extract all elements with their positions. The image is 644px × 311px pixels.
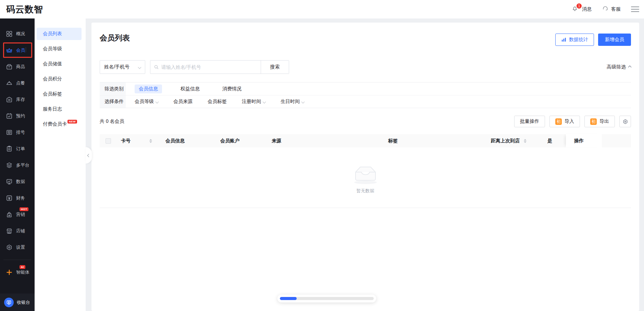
- search-input[interactable]: [161, 64, 257, 70]
- main-area: 会员列表 数据统计 新增会员 姓名/手机号: [86, 18, 644, 311]
- loading-bar-fill: [280, 297, 297, 300]
- collapse-chevron-icon: [87, 154, 90, 157]
- submenu-item-member-level[interactable]: 会员等级: [37, 43, 82, 55]
- sort-icon[interactable]: [149, 139, 152, 143]
- ai-badge: AI: [20, 265, 25, 269]
- grid-icon: [6, 30, 13, 37]
- calendar-check-icon: [6, 113, 13, 119]
- yuan-square-icon: [6, 195, 13, 202]
- bar-chart-icon: [561, 37, 567, 42]
- sidebar-item-orders[interactable]: 订单: [0, 141, 35, 157]
- sidebar-item-overview[interactable]: 概况: [0, 26, 35, 42]
- gear-icon: [622, 119, 628, 125]
- bulk-actions-button[interactable]: 批量操作: [514, 116, 545, 127]
- cloche-icon: [6, 80, 13, 87]
- sidebar-item-dining[interactable]: 点餐: [0, 75, 35, 91]
- submenu-item-member-points[interactable]: 会员积分: [37, 73, 82, 85]
- box-icon: [6, 63, 13, 70]
- add-member-button[interactable]: 新增会员: [598, 34, 631, 46]
- gear-icon: [6, 244, 13, 251]
- empty-text: 暂无数据: [357, 188, 374, 194]
- marketing-bag-icon: [6, 211, 13, 218]
- app-logo: 码云数智: [6, 3, 43, 15]
- clipboard-icon: [6, 145, 13, 152]
- condition-birthday-time[interactable]: 生日时间: [281, 99, 304, 105]
- storage-icon: [6, 96, 13, 103]
- ticket-machine-icon: [6, 129, 13, 136]
- filter-tab-rights-info[interactable]: 权益信息: [176, 85, 204, 93]
- column-member-account: 会员账户: [220, 138, 239, 144]
- sidebar-item-data[interactable]: 数据: [0, 173, 35, 190]
- filter-condition-label: 选择条件: [100, 95, 126, 108]
- messages-button[interactable]: 1 消息: [571, 5, 592, 13]
- table-empty-state: 暂无数据: [100, 147, 631, 208]
- sidebar-item-members[interactable]: 会员: [0, 42, 35, 59]
- topbar-actions: 1 消息 客服: [571, 5, 639, 13]
- sidebar-item-inventory[interactable]: 库存: [0, 91, 35, 108]
- filter-tab-member-info[interactable]: 会员信息: [135, 85, 162, 93]
- loading-track: [280, 297, 374, 300]
- guide-badge-icon: 初: [555, 118, 562, 125]
- sidebar-item-finance[interactable]: 财务: [0, 190, 35, 206]
- condition-member-level[interactable]: 会员等级: [135, 99, 158, 105]
- text-cursor: [26, 47, 26, 52]
- sidebar-item-queue[interactable]: 排号: [0, 124, 35, 141]
- export-button[interactable]: 初 导出: [584, 116, 615, 127]
- chevron-down-icon: [156, 100, 159, 103]
- top-bar: 码云数智 1 消息 客服: [0, 0, 644, 18]
- table-header: 卡号 会员信息 会员账户 来源 标签 距离上次到店 是 操作: [100, 134, 631, 147]
- condition-member-tag[interactable]: 会员标签: [208, 99, 227, 105]
- chevron-down-icon: [138, 65, 141, 69]
- sort-icon[interactable]: [524, 139, 527, 143]
- sidebar-item-goods[interactable]: 商品: [0, 59, 35, 75]
- primary-sidebar: 概况 会员 商品 点餐 库存: [0, 18, 35, 311]
- column-source: 来源: [272, 138, 281, 144]
- sidebar-item-multiplatform[interactable]: 多平台: [0, 157, 35, 173]
- clover-icon: [6, 269, 13, 276]
- submenu-item-member-list[interactable]: 会员列表: [37, 28, 82, 40]
- condition-register-time[interactable]: 注册时间: [242, 99, 265, 105]
- crown-icon: [6, 47, 13, 54]
- hot-badge: HOT: [20, 207, 28, 211]
- member-list-card: 会员列表 数据统计 新增会员 姓名/手机号: [91, 23, 639, 311]
- sidebar-item-store[interactable]: 店铺: [0, 223, 35, 239]
- member-count-text: 共 0 名会员: [100, 118, 124, 125]
- message-count-badge: 1: [577, 3, 582, 9]
- column-tags: 标签: [388, 138, 398, 144]
- column-member-info: 会员信息: [165, 138, 185, 144]
- headset-icon: [602, 5, 609, 13]
- guide-badge-icon: 初: [590, 118, 597, 125]
- empty-inbox-icon: [352, 165, 379, 184]
- storefront-icon: [6, 228, 13, 234]
- sidebar-item-settings[interactable]: 设置: [0, 239, 35, 256]
- cashier-icon: [4, 298, 14, 307]
- column-settings-button[interactable]: [619, 116, 631, 127]
- menu-icon[interactable]: [631, 7, 639, 12]
- sidebar-item-booking[interactable]: 预约: [0, 108, 35, 124]
- search-button[interactable]: 搜索: [261, 61, 289, 74]
- layers-icon: [6, 162, 13, 169]
- chevron-down-icon: [263, 100, 266, 103]
- filter-tab-consumption[interactable]: 消费情况: [218, 85, 246, 93]
- search-field-selector[interactable]: 姓名/手机号: [100, 60, 145, 74]
- sidebar-item-cashier[interactable]: 收银台: [0, 294, 35, 311]
- secondary-sidebar: 会员列表 会员等级 会员储值 会员积分 会员标签 服务日志 付费会员卡 NEW: [35, 18, 86, 311]
- select-all-checkbox[interactable]: [106, 138, 111, 144]
- import-button[interactable]: 初 导入: [549, 116, 580, 127]
- data-statistics-button[interactable]: 数据统计: [555, 34, 594, 46]
- app-window: 码云数智 1 消息 客服: [0, 0, 644, 311]
- submenu-item-member-stored-value[interactable]: 会员储值: [37, 58, 82, 70]
- monitor-chart-icon: [6, 178, 13, 185]
- submenu-item-member-tags[interactable]: 会员标签: [37, 88, 82, 100]
- filter-category-label: 筛选类别: [100, 82, 126, 95]
- search-input-group: 搜索: [150, 60, 289, 74]
- submenu-item-paid-member-card[interactable]: 付费会员卡 NEW: [37, 118, 82, 130]
- advanced-filter-toggle[interactable]: 高级筛选: [607, 64, 631, 70]
- submenu-item-service-log[interactable]: 服务日志: [37, 103, 82, 115]
- condition-member-source[interactable]: 会员来源: [173, 99, 193, 105]
- customer-service-button[interactable]: 客服: [602, 5, 621, 13]
- column-last-visit: 距离上次到店: [491, 138, 520, 144]
- sidebar-item-marketing[interactable]: HOT 营销: [0, 206, 35, 223]
- sidebar-item-agent[interactable]: AI 智能体: [0, 264, 35, 281]
- bell-icon: 1: [571, 5, 580, 13]
